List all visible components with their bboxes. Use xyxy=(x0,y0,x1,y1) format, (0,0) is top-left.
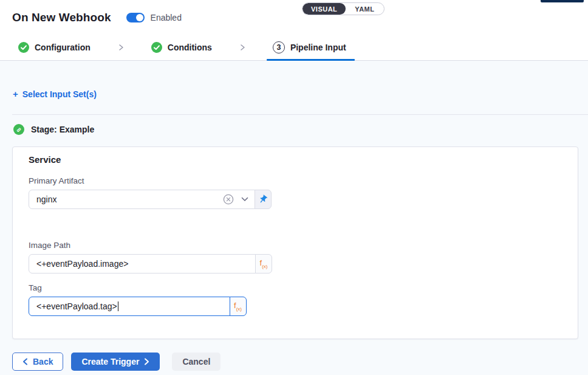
pin-fixed-value-button[interactable] xyxy=(255,190,272,209)
expression-fx-button[interactable]: f(x) xyxy=(230,297,247,316)
divider xyxy=(12,114,588,115)
expression-fx-button[interactable]: f(x) xyxy=(255,254,272,274)
stage-header: ∞ Stage: Example xyxy=(13,124,588,135)
visual-yaml-toggle: VISUAL YAML xyxy=(302,2,385,15)
footer-actions: Back Create Trigger Cancel xyxy=(12,353,588,371)
toggle-knob xyxy=(136,14,143,21)
chevron-right-icon xyxy=(239,35,246,60)
tab-label: Configuration xyxy=(35,43,91,52)
tag-label: Tag xyxy=(29,283,562,292)
check-circle-icon xyxy=(18,42,29,53)
tab-configuration[interactable]: Configuration xyxy=(18,35,91,60)
chevron-right-icon xyxy=(144,358,149,365)
service-heading: Service xyxy=(29,154,562,165)
stage-label: Stage: Example xyxy=(31,125,94,134)
enabled-label: Enabled xyxy=(151,13,182,22)
tab-conditions[interactable]: Conditions xyxy=(151,35,212,60)
fx-icon: f(x) xyxy=(234,301,242,312)
create-trigger-button[interactable]: Create Trigger xyxy=(71,353,160,371)
clear-selection-icon[interactable] xyxy=(223,194,234,205)
wizard-tabbar: Configuration Conditions 3 Pipeline Inpu… xyxy=(0,35,588,61)
service-card: Service Primary Artifact nginx xyxy=(12,146,578,339)
cancel-button[interactable]: Cancel xyxy=(172,353,220,371)
tag-input[interactable]: <+eventPayload.tag> xyxy=(29,297,230,316)
partially-visible-top-button[interactable] xyxy=(541,0,584,2)
image-path-label: Image Path xyxy=(29,241,562,250)
cd-stage-icon: ∞ xyxy=(13,124,24,135)
step-number-icon: 3 xyxy=(273,41,285,53)
page-title: On New Webhook xyxy=(12,11,111,24)
cancel-label: Cancel xyxy=(182,357,210,366)
chevron-left-icon xyxy=(22,358,28,365)
create-trigger-label: Create Trigger xyxy=(81,357,139,366)
primary-artifact-label: Primary Artifact xyxy=(29,176,562,185)
fx-icon: f(x) xyxy=(260,259,268,269)
primary-artifact-select[interactable]: nginx xyxy=(29,190,255,209)
chevron-down-icon[interactable] xyxy=(241,197,248,202)
select-input-sets-link[interactable]: Select Input Set(s) xyxy=(22,89,97,99)
plus-icon: + xyxy=(13,89,18,99)
page-header: On New Webhook Enabled VISUAL YAML xyxy=(0,0,588,35)
tab-pipeline-input[interactable]: 3 Pipeline Input xyxy=(273,35,346,60)
enabled-toggle[interactable] xyxy=(126,13,145,22)
check-circle-icon xyxy=(151,42,162,53)
primary-artifact-value: nginx xyxy=(36,194,223,204)
tag-value: <+eventPayload.tag> xyxy=(36,301,117,311)
pipeline-input-panel: + Select Input Set(s) ∞ Stage: Example S… xyxy=(0,61,588,375)
tab-label: Pipeline Input xyxy=(290,43,346,52)
image-path-input[interactable]: <+eventPayload.image> xyxy=(29,254,256,274)
tab-visual[interactable]: VISUAL xyxy=(303,3,346,15)
back-button[interactable]: Back xyxy=(12,353,63,371)
chevron-right-icon xyxy=(117,35,125,60)
pin-icon xyxy=(256,193,270,206)
tab-label: Conditions xyxy=(168,43,212,52)
back-label: Back xyxy=(33,357,53,366)
tab-yaml[interactable]: YAML xyxy=(346,3,383,15)
text-cursor xyxy=(118,301,119,311)
image-path-value: <+eventPayload.image> xyxy=(36,259,249,269)
